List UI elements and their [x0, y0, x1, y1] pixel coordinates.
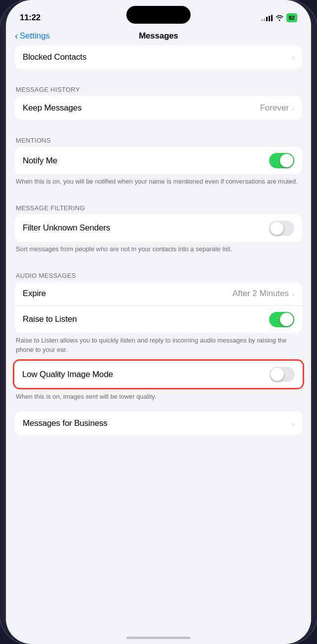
notify-me-toggle[interactable] [269, 153, 294, 168]
back-button[interactable]: ‹ Settings [15, 31, 59, 41]
phone-frame: 11:22 82 [0, 0, 317, 644]
battery-container: 82 [286, 13, 297, 22]
filter-unknown-senders-toggle[interactable] [269, 221, 294, 236]
nav-bar: ‹ Settings Messages [6, 29, 311, 45]
battery-indicator: 82 [286, 13, 297, 22]
back-label: Settings [20, 31, 50, 41]
status-time: 11:22 [20, 13, 40, 23]
filter-description: Sort messages from people who are not in… [6, 242, 311, 255]
low-quality-row[interactable]: Low Quality Image Mode [14, 361, 303, 388]
raise-toggle-thumb [280, 313, 293, 326]
keep-messages-row[interactable]: Keep Messages Forever › [15, 96, 302, 120]
message-history-section-label: MESSAGE HISTORY [6, 78, 311, 96]
messages-business-label: Messages for Business [23, 418, 292, 428]
messages-business-chevron: › [292, 419, 294, 428]
low-quality-highlighted-card: Low Quality Image Mode [13, 359, 304, 389]
low-quality-toggle-thumb [271, 368, 284, 381]
messages-business-group: Messages for Business › [15, 412, 302, 435]
expire-chevron: › [292, 290, 294, 298]
nav-title: Messages [59, 31, 258, 41]
notify-me-description: When this is on, you will be notified wh… [6, 174, 311, 188]
signal-bar-4 [269, 16, 270, 21]
battery-level: 82 [289, 15, 295, 21]
raise-description: Raise to Listen allows you to quickly li… [6, 333, 311, 356]
raise-to-listen-label: Raise to Listen [23, 314, 269, 324]
signal-bar-5 [271, 15, 273, 21]
filter-toggle-thumb [270, 222, 283, 235]
filter-unknown-senders-row[interactable]: Filter Unknown Senders [15, 215, 302, 242]
expire-row[interactable]: Expire After 2 Minutes › [15, 282, 302, 306]
dynamic-island [126, 6, 191, 24]
mentions-section-label: MENTIONS [6, 129, 311, 147]
low-quality-label: Low Quality Image Mode [22, 370, 270, 379]
blocked-contacts-row[interactable]: Blocked Contacts › [15, 45, 302, 69]
expire-value: After 2 Minutes [233, 289, 289, 299]
signal-bar-3 [266, 17, 268, 21]
audio-messages-section-label: AUDIO MESSAGES [6, 264, 311, 282]
messages-business-row[interactable]: Messages for Business › [15, 412, 302, 435]
mentions-group: Notify Me [15, 147, 302, 174]
signal-bar-2 [264, 18, 265, 21]
blocked-contacts-chevron: › [292, 53, 294, 62]
low-quality-toggle[interactable] [270, 367, 295, 382]
message-history-group: Keep Messages Forever › [15, 96, 302, 120]
blocked-contacts-group: Blocked Contacts › [15, 45, 302, 69]
home-indicator [126, 637, 191, 639]
message-filtering-group: Filter Unknown Senders [15, 215, 302, 242]
signal-bar-1 [261, 19, 263, 21]
content[interactable]: Blocked Contacts › MESSAGE HISTORY Keep … [6, 45, 311, 636]
notify-me-toggle-thumb [280, 154, 293, 167]
message-filtering-section-label: MESSAGE FILTERING [6, 196, 311, 215]
wifi-icon [276, 15, 283, 21]
keep-messages-value: Forever [260, 103, 289, 113]
notify-me-row[interactable]: Notify Me [15, 147, 302, 174]
low-quality-description: When this is on, images sent will be low… [6, 389, 311, 403]
expire-label: Expire [23, 289, 233, 299]
raise-to-listen-row[interactable]: Raise to Listen [15, 306, 302, 333]
notify-me-label: Notify Me [23, 156, 269, 166]
blocked-contacts-label: Blocked Contacts [23, 52, 292, 62]
filter-unknown-senders-label: Filter Unknown Senders [23, 223, 269, 233]
back-chevron-icon: ‹ [15, 30, 18, 41]
raise-to-listen-toggle[interactable] [269, 312, 294, 327]
status-icons: 82 [261, 13, 297, 22]
audio-messages-group: Expire After 2 Minutes › Raise to Listen [15, 282, 302, 333]
keep-messages-chevron: › [292, 104, 294, 113]
phone-screen: 11:22 82 [6, 0, 311, 644]
signal-bars [261, 15, 273, 21]
keep-messages-label: Keep Messages [23, 103, 260, 113]
